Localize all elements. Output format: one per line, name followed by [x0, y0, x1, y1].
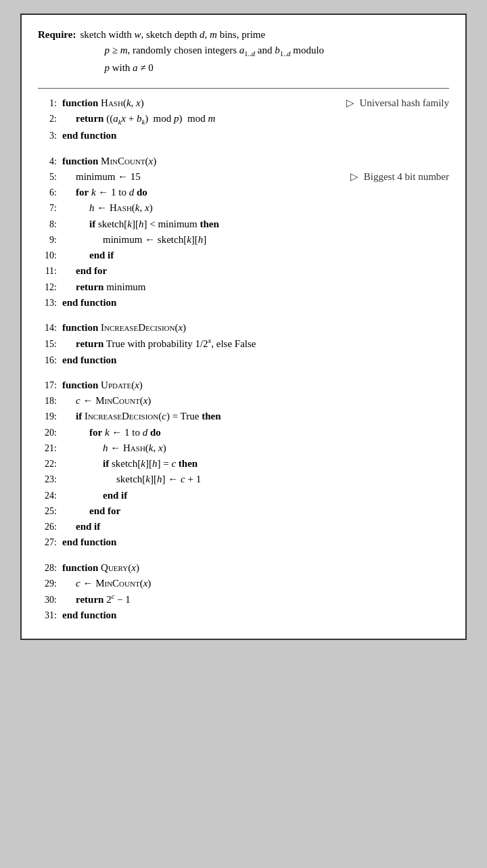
line-28: 28: function Query(x): [38, 560, 449, 576]
line-26: 26: end if: [38, 519, 449, 534]
line-content-3: end function: [62, 128, 449, 143]
line-4: 4: function MinCount(x): [38, 154, 449, 169]
require-content: sketch width w, sketch depth d, m bins, …: [80, 27, 449, 76]
line-num-3: 3:: [38, 129, 57, 143]
line-content-26: end if: [62, 519, 449, 534]
line-content-14: function IncreaseDecision(x): [62, 320, 449, 336]
comment-5: ▷ Biggest 4 bit number: [350, 169, 449, 185]
line-content-23: sketch[k][h] ← c + 1: [62, 472, 449, 487]
line-content-9: minimum ← sketch[k][h]: [62, 232, 449, 248]
require-line: Require: sketch width w, sketch depth d,…: [38, 27, 449, 76]
line-content-12: return minimum: [62, 279, 449, 295]
line-content-6: for k ← 1 to d do: [62, 185, 449, 200]
line-num-15: 15:: [38, 337, 57, 352]
line-11: 11: end for: [38, 263, 449, 279]
line-num-9: 9:: [38, 233, 57, 248]
line-2: 2: return ((akx + bk) mod p) mod m: [38, 111, 449, 128]
line-10: 10: end if: [38, 248, 449, 263]
line-content-18: c ← MinCount(x): [62, 393, 449, 409]
line-num-19: 19:: [38, 409, 57, 424]
line-16: 16: end function: [38, 352, 449, 368]
line-content-17: function Update(x): [62, 378, 449, 393]
line-content-16: end function: [62, 352, 449, 368]
line-content-22: if sketch[k][h] = c then: [62, 456, 449, 472]
line-6: 6: for k ← 1 to d do: [38, 185, 449, 200]
line-27: 27: end function: [38, 534, 449, 550]
line-14: 14: function IncreaseDecision(x): [38, 320, 449, 336]
line-num-23: 23:: [38, 472, 57, 487]
line-content-11: end for: [62, 263, 449, 279]
line-num-16: 16:: [38, 353, 57, 368]
line-content-15: return True with probability 1/2x, else …: [62, 336, 449, 352]
line-num-27: 27:: [38, 535, 57, 550]
line-num-14: 14:: [38, 321, 57, 336]
line-30: 30: return 2c − 1: [38, 591, 449, 608]
line-content-13: end function: [62, 295, 449, 311]
line-num-12: 12:: [38, 280, 57, 295]
line-content-25: end for: [62, 503, 449, 519]
line-5: 5: minimum ← 15 ▷ Biggest 4 bit number: [38, 169, 449, 185]
line-24: 24: end if: [38, 488, 449, 503]
line-num-13: 13:: [38, 296, 57, 311]
line-13: 13: end function: [38, 295, 449, 311]
line-num-4: 4:: [38, 154, 57, 169]
line-23: 23: sketch[k][h] ← c + 1: [38, 472, 449, 487]
line-content-19: if IncreaseDecision(c) = True then: [62, 409, 449, 424]
line-content-8: if sketch[k][h] < minimum then: [62, 216, 449, 232]
line-num-31: 31:: [38, 608, 57, 623]
line-25: 25: end for: [38, 503, 449, 519]
line-31: 31: end function: [38, 608, 449, 623]
comment-1: ▷ Universal hash family: [346, 95, 449, 111]
line-num-20: 20:: [38, 426, 57, 440]
line-num-25: 25:: [38, 504, 57, 519]
line-content-1: function Hash(k, x) ▷ Universal hash fam…: [62, 95, 449, 111]
line-3: 3: end function: [38, 128, 449, 143]
line-num-22: 22:: [38, 457, 57, 472]
line-8: 8: if sketch[k][h] < minimum then: [38, 216, 449, 232]
algo-block: 1: function Hash(k, x) ▷ Universal hash …: [38, 95, 449, 624]
line-num-2: 2:: [38, 112, 57, 127]
line-18: 18: c ← MinCount(x): [38, 393, 449, 409]
line-content-21: h ← Hash(k, x): [62, 440, 449, 456]
line-num-10: 10:: [38, 248, 57, 263]
algorithm-box: Require: sketch width w, sketch depth d,…: [20, 14, 467, 640]
line-num-7: 7:: [38, 201, 57, 216]
line-content-2: return ((akx + bk) mod p) mod m: [62, 111, 449, 128]
line-9: 9: minimum ← sketch[k][h]: [38, 232, 449, 248]
line-content-24: end if: [62, 488, 449, 503]
require-label: Require:: [38, 27, 76, 43]
line-num-6: 6:: [38, 185, 57, 200]
line-content-30: return 2c − 1: [62, 591, 449, 608]
line-num-24: 24:: [38, 488, 57, 503]
line-content-29: c ← MinCount(x): [62, 576, 449, 591]
line-7: 7: h ← Hash(k, x): [38, 200, 449, 216]
line-content-5: minimum ← 15 ▷ Biggest 4 bit number: [62, 169, 449, 185]
line-19: 19: if IncreaseDecision(c) = True then: [38, 409, 449, 424]
line-num-21: 21:: [38, 441, 57, 456]
line-content-10: end if: [62, 248, 449, 263]
line-29: 29: c ← MinCount(x): [38, 576, 449, 591]
line-1: 1: function Hash(k, x) ▷ Universal hash …: [38, 95, 449, 111]
line-content-28: function Query(x): [62, 560, 449, 576]
line-num-30: 30:: [38, 593, 57, 608]
line-num-1: 1:: [38, 96, 57, 111]
line-content-7: h ← Hash(k, x): [62, 200, 449, 216]
line-num-8: 8:: [38, 217, 57, 232]
line-num-28: 28:: [38, 561, 57, 576]
line-15: 15: return True with probability 1/2x, e…: [38, 336, 449, 352]
line-content-27: end function: [62, 534, 449, 550]
line-num-26: 26:: [38, 520, 57, 534]
line-content-20: for k ← 1 to d do: [62, 425, 449, 440]
line-num-29: 29:: [38, 576, 57, 591]
require-section: Require: sketch width w, sketch depth d,…: [38, 27, 449, 76]
line-num-5: 5:: [38, 170, 57, 185]
line-12: 12: return minimum: [38, 279, 449, 295]
line-content-31: end function: [62, 608, 449, 623]
divider: [38, 88, 449, 89]
line-num-18: 18:: [38, 394, 57, 409]
line-content-4: function MinCount(x): [62, 154, 449, 169]
line-num-11: 11:: [38, 264, 57, 279]
line-21: 21: h ← Hash(k, x): [38, 440, 449, 456]
line-17: 17: function Update(x): [38, 378, 449, 393]
line-num-17: 17:: [38, 378, 57, 393]
